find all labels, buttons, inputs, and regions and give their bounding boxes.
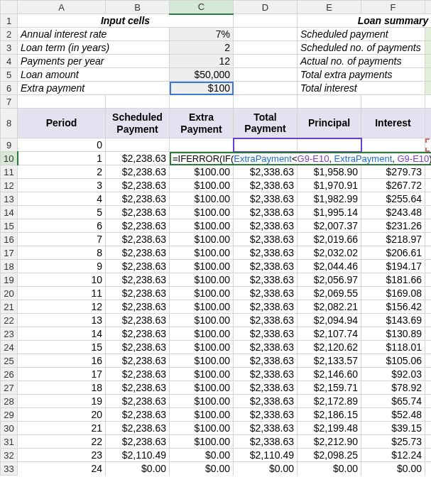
cell-interest[interactable]: $92.03: [361, 368, 425, 381]
cell-sched[interactable]: $2,238.63: [106, 435, 170, 449]
cell-total[interactable]: $2,338.63: [234, 246, 298, 260]
cell[interactable]: [234, 55, 298, 68]
cell-interest[interactable]: $279.73: [361, 165, 425, 179]
cell-principal[interactable]: $2,186.15: [298, 408, 361, 422]
cell-extra[interactable]: $100.00: [170, 422, 234, 435]
cell-balance[interactable]: $0.00: [425, 462, 432, 476]
cell-extra[interactable]: $100.00: [170, 192, 234, 206]
row-header[interactable]: 29: [1, 408, 18, 422]
row-header[interactable]: 1: [1, 14, 18, 28]
cell-period[interactable]: 17: [18, 368, 106, 381]
row-header[interactable]: 18: [1, 260, 18, 273]
cell-sched[interactable]: $2,238.63: [106, 273, 170, 287]
cell-balance[interactable]: $45,894.13: [425, 165, 432, 179]
cell[interactable]: [106, 95, 170, 109]
cell-period[interactable]: 19: [18, 395, 106, 408]
cell-extra[interactable]: $100.00: [170, 179, 234, 192]
cell[interactable]: [425, 95, 432, 109]
select-all-corner[interactable]: [1, 1, 18, 14]
cell-total[interactable]: $2,338.63: [234, 381, 298, 395]
row-header[interactable]: 8: [1, 109, 18, 138]
cell-period[interactable]: 15: [18, 341, 106, 354]
cell-period[interactable]: 9: [18, 260, 106, 273]
row-header[interactable]: 27: [1, 381, 18, 395]
cell-interest[interactable]: $181.66: [361, 273, 425, 287]
cell[interactable]: [234, 28, 298, 41]
cell-balance[interactable]: $43,823.22: [425, 179, 432, 192]
col-header[interactable]: F: [361, 1, 425, 14]
th-interest[interactable]: Interest: [361, 109, 425, 138]
cell-principal[interactable]: $2,098.25: [298, 449, 361, 462]
value-actual-no[interactable]: [425, 55, 432, 68]
cell-sched[interactable]: $2,238.63: [106, 219, 170, 233]
cell-principal[interactable]: $1,982.99: [298, 192, 361, 206]
cell-principal[interactable]: $2,146.60: [298, 368, 361, 381]
cell-period[interactable]: 7: [18, 233, 106, 246]
cell-period[interactable]: 24: [18, 462, 106, 476]
cell-period[interactable]: 23: [18, 449, 106, 462]
row-header[interactable]: 6: [1, 82, 18, 95]
cell-principal[interactable]: $2,133.57: [298, 354, 361, 368]
row-header[interactable]: 11: [1, 165, 18, 179]
cell-period[interactable]: 20: [18, 408, 106, 422]
cell[interactable]: [361, 95, 425, 109]
cell-principal[interactable]: $2,120.62: [298, 341, 361, 354]
cell-extra[interactable]: $0.00: [170, 462, 234, 476]
cell-balance[interactable]: $8,996.77: [425, 395, 432, 408]
cell-period[interactable]: 12: [18, 300, 106, 314]
cell-period[interactable]: 14: [18, 327, 106, 341]
label-extra-payment[interactable]: Extra payment: [18, 82, 170, 95]
cell-total[interactable]: $2,338.63: [234, 165, 298, 179]
cell-period[interactable]: 13: [18, 314, 106, 327]
cell-period[interactable]: 10: [18, 273, 106, 287]
cell-extra[interactable]: $100.00: [170, 327, 234, 341]
cell-balance[interactable]: $31,141.57: [425, 260, 432, 273]
cell[interactable]: [234, 68, 298, 82]
row-header[interactable]: 26: [1, 368, 18, 381]
cell-total[interactable]: $2,338.63: [234, 395, 298, 408]
cell-principal[interactable]: $2,172.89: [298, 395, 361, 408]
cell[interactable]: [234, 14, 298, 28]
cell[interactable]: [234, 95, 298, 109]
label-ppy[interactable]: Payments per year: [18, 55, 170, 68]
value-annual-rate[interactable]: 7%: [170, 28, 234, 41]
cell-total[interactable]: $2,338.63: [234, 219, 298, 233]
cell-principal[interactable]: $2,082.21: [298, 300, 361, 314]
cell-sched[interactable]: $2,238.63: [106, 287, 170, 300]
cell-sched[interactable]: $2,238.63: [106, 408, 170, 422]
label-actual-no[interactable]: Actual no. of payments: [298, 55, 425, 68]
cell-balance[interactable]: $24,632.85: [425, 300, 432, 314]
cell-sched[interactable]: $2,238.63: [106, 179, 170, 192]
row-header[interactable]: 12: [1, 179, 18, 192]
cell-balance[interactable]: $13,529.37: [425, 368, 432, 381]
value-scheduled-no[interactable]: [425, 41, 432, 55]
row-header[interactable]: 31: [1, 435, 18, 449]
row-header[interactable]: 32: [1, 449, 18, 462]
cell-principal[interactable]: $2,007.37: [298, 219, 361, 233]
cell-balance[interactable]: $18,009.55: [425, 341, 432, 354]
row-header[interactable]: 20: [1, 287, 18, 300]
row-header[interactable]: 30: [1, 422, 18, 435]
cell-total[interactable]: $2,338.63: [234, 179, 298, 192]
cell-interest[interactable]: $243.48: [361, 206, 425, 219]
cell[interactable]: [234, 138, 298, 152]
cell-extra[interactable]: $100.00: [170, 273, 234, 287]
cell-period[interactable]: 16: [18, 354, 106, 368]
cell[interactable]: [298, 138, 361, 152]
cell-principal[interactable]: $2,199.48: [298, 422, 361, 435]
summary-section-header[interactable]: Loan summary: [298, 14, 432, 28]
cell-balance[interactable]: $4,411.14: [425, 422, 432, 435]
cell-period[interactable]: 2: [18, 165, 106, 179]
cell-balance-start[interactable]: $50,000.00: [425, 138, 432, 152]
cell-interest[interactable]: $105.06: [361, 354, 425, 368]
cell-principal[interactable]: $2,069.55: [298, 287, 361, 300]
row-header[interactable]: 10: [1, 152, 18, 165]
cell-principal[interactable]: $2,032.02: [298, 246, 361, 260]
cell-sched[interactable]: $2,238.63: [106, 314, 170, 327]
cell-principal[interactable]: $2,159.71: [298, 381, 361, 395]
cell-balance[interactable]: $22,437.91: [425, 314, 432, 327]
cell[interactable]: [170, 95, 234, 109]
cell-total[interactable]: $2,338.63: [234, 314, 298, 327]
row-header[interactable]: 14: [1, 206, 18, 219]
cell-interest[interactable]: $156.42: [361, 300, 425, 314]
